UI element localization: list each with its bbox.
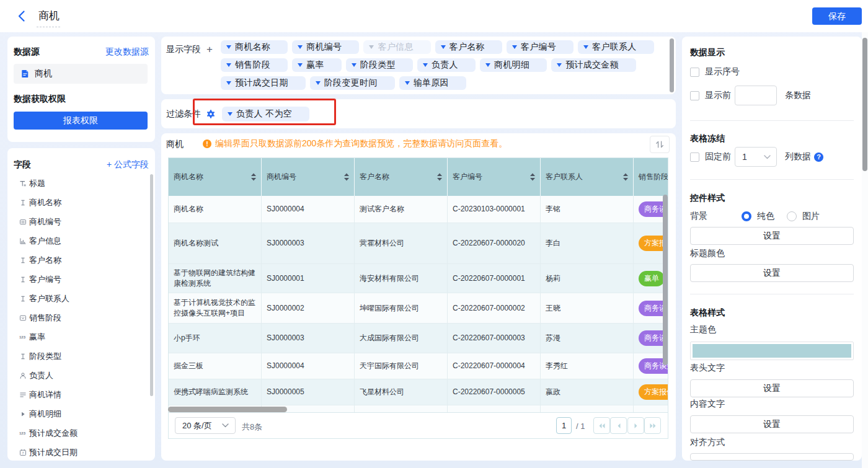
display-field-chip[interactable]: 商机明细 xyxy=(480,58,547,72)
field-item[interactable]: 商机明细 xyxy=(7,404,155,423)
formula-field-link[interactable]: + 公式字段 xyxy=(107,159,149,170)
table-cell: 飞星材料公司 xyxy=(355,379,448,405)
image-radio[interactable] xyxy=(787,211,797,221)
display-field-chip[interactable]: 负责人 xyxy=(417,58,476,72)
table-header-cell[interactable]: 客户联系人 xyxy=(541,158,634,196)
background-set-button[interactable]: 设置 xyxy=(690,227,854,245)
display-field-chip[interactable]: 阶段变更时间 xyxy=(310,76,395,90)
column-title: 销售阶段 xyxy=(639,172,668,182)
chip-label: 商机明细 xyxy=(494,60,529,71)
field-item[interactable]: 客户名称 xyxy=(7,250,155,270)
field-item[interactable]: 商机编号 xyxy=(7,212,155,231)
field-item[interactable]: 负责人 xyxy=(7,366,155,385)
change-datasource-link[interactable]: 更改数据源 xyxy=(105,46,149,58)
table-cell: 小p手环 xyxy=(169,324,262,353)
report-permission-button[interactable]: 报表权限 xyxy=(14,112,148,130)
field-item[interactable]: 阶段类型 xyxy=(7,347,155,366)
field-item[interactable]: 客户联系人 xyxy=(7,289,155,308)
datasource-panel: 数据源 更改数据源 商机 数据获取权限 报表权限 xyxy=(7,37,155,142)
total-count: 共8条 xyxy=(242,422,262,433)
text-icon xyxy=(19,198,27,208)
display-field-chips: 商机名称商机编号客户信息客户名称客户编号客户联系人销售阶段赢率阶段类型负责人商机… xyxy=(221,40,667,94)
display-field-chip[interactable]: 客户信息 xyxy=(363,40,430,54)
field-item[interactable]: 标题 xyxy=(7,174,155,193)
solid-color-radio[interactable] xyxy=(742,211,751,221)
column-sort-icon[interactable] xyxy=(622,173,629,181)
field-item[interactable]: 商机名称 xyxy=(7,193,155,212)
help-icon[interactable]: ? xyxy=(814,152,823,162)
freeze-checkbox[interactable] xyxy=(690,152,699,162)
stage-badge: 方案报价 xyxy=(639,384,668,400)
show-index-checkbox[interactable] xyxy=(690,68,699,77)
field-item[interactable]: 123赢率 xyxy=(7,327,155,347)
page-size-select[interactable]: 20 条/页 xyxy=(175,417,236,434)
table-header-cell[interactable]: 客户名称 xyxy=(355,158,448,196)
display-field-chip[interactable]: 销售阶段 xyxy=(221,58,288,72)
fields-scrollbar[interactable] xyxy=(150,174,153,396)
top-bar: 商机 保存 xyxy=(0,0,868,32)
field-item[interactable]: 客户信息 xyxy=(7,231,155,250)
prev-page-button[interactable] xyxy=(610,417,627,434)
gear-icon[interactable] xyxy=(206,110,215,118)
table-horizontal-scrollbar[interactable] xyxy=(168,407,287,412)
field-item[interactable]: 客户编号 xyxy=(7,270,155,289)
display-field-chip[interactable]: 商机名称 xyxy=(221,40,288,54)
chip-label: 预计成交日期 xyxy=(235,77,288,89)
display-field-chip[interactable]: 赢率 xyxy=(292,58,342,72)
display-field-chip[interactable]: 客户联系人 xyxy=(578,40,654,54)
align-control-partial[interactable] xyxy=(690,453,854,461)
table-cell: SJ0000002 xyxy=(262,293,355,323)
double-chevron-left-icon xyxy=(598,423,606,429)
column-sort-icon[interactable] xyxy=(436,173,443,181)
column-sort-icon[interactable] xyxy=(343,173,350,181)
table-cell: SJ0000001 xyxy=(262,264,355,293)
field-item[interactable]: 123预计成交金额 xyxy=(7,423,155,443)
datasource-item[interactable]: 商机 xyxy=(14,64,148,84)
table-style-heading: 表格样式 xyxy=(690,307,854,319)
filter-chip[interactable]: 负责人 不为空 xyxy=(222,107,309,121)
body-text-set-button[interactable]: 设置 xyxy=(690,415,854,433)
table-header-cell[interactable]: 销售阶段 xyxy=(634,158,668,196)
display-field-chip[interactable]: 客户名称 xyxy=(435,40,502,54)
display-field-chip[interactable]: 预计成交金额 xyxy=(551,58,636,72)
save-button[interactable]: 保存 xyxy=(812,7,862,25)
chips-scrollbar[interactable] xyxy=(670,38,674,92)
column-sort-icon[interactable] xyxy=(250,173,257,181)
table-header-cell[interactable]: 客户编号 xyxy=(448,158,541,196)
table-header-cell[interactable]: 商机编号 xyxy=(262,158,355,196)
table-cell: 海安材料有限公司 xyxy=(355,264,448,293)
freeze-count-select[interactable]: 1 xyxy=(735,147,777,167)
next-page-button[interactable] xyxy=(627,417,644,434)
display-field-chip[interactable]: 商机编号 xyxy=(292,40,359,54)
field-item-label: 预计成交日期 xyxy=(29,447,78,458)
field-list: 标题商机名称商机编号客户信息客户名称客户编号客户联系人销售阶段123赢率阶段类型… xyxy=(7,174,155,461)
display-field-chip[interactable]: 客户编号 xyxy=(507,40,574,54)
back-icon[interactable] xyxy=(16,10,27,22)
window-scrollbar-thumb[interactable] xyxy=(862,38,867,171)
column-sort-icon[interactable] xyxy=(529,173,536,181)
field-item[interactable]: 7预计成交日期 xyxy=(7,443,155,461)
field-item[interactable]: 商机详情 xyxy=(7,385,155,404)
row-limit-input[interactable] xyxy=(735,86,777,105)
field-item[interactable]: 销售阶段 xyxy=(7,308,155,327)
theme-color-swatch[interactable] xyxy=(690,342,854,360)
add-field-icon[interactable]: + xyxy=(206,45,213,54)
chip-label: 客户信息 xyxy=(378,42,413,53)
first-page-button[interactable] xyxy=(593,417,610,434)
display-fields-label: 显示字段 xyxy=(166,44,201,55)
display-field-chip[interactable]: 预计成交日期 xyxy=(221,76,306,90)
display-field-chip[interactable]: 输单原因 xyxy=(399,76,466,90)
table-header-cell[interactable]: 商机名称 xyxy=(169,158,262,196)
table-vertical-scrollbar[interactable] xyxy=(663,195,668,365)
sort-toggle-button[interactable] xyxy=(650,136,670,153)
stage-badge: 赢单 xyxy=(639,271,665,286)
last-page-button[interactable] xyxy=(644,417,661,434)
title-color-set-button[interactable]: 设置 xyxy=(690,264,854,282)
header-text-set-button[interactable]: 设置 xyxy=(690,379,854,397)
table-cell: C-20220607-0000005 xyxy=(448,379,541,405)
show-first-checkbox[interactable] xyxy=(690,91,699,100)
field-item-label: 商机编号 xyxy=(29,216,61,227)
svg-text:7: 7 xyxy=(22,451,24,454)
page-number-input[interactable]: 1 xyxy=(556,417,572,434)
display-field-chip[interactable]: 阶段类型 xyxy=(346,58,413,72)
